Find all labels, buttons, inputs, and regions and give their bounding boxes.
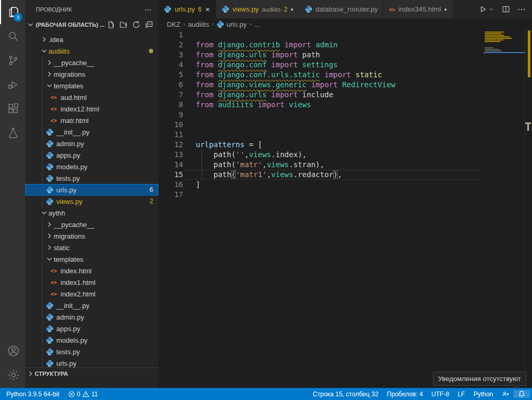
status-encoding[interactable]: UTF-8 <box>427 391 454 398</box>
code-line-10[interactable]: 10 <box>158 120 532 130</box>
tree-item-aythh[interactable]: aythh <box>25 207 158 219</box>
chevron-down-icon <box>29 31 38 32</box>
code-line-3[interactable]: 3from django.urls import path <box>158 50 532 60</box>
python-file-icon <box>45 359 54 367</box>
tree-item-aud.html[interactable]: <>aud.html <box>25 91 158 103</box>
close-icon[interactable]: × <box>205 5 210 14</box>
tree-item-models.py[interactable]: models.py <box>25 161 158 172</box>
settings-icon[interactable] <box>0 363 25 387</box>
status-indentation[interactable]: Пробелов: 4 <box>383 391 427 398</box>
tree-item-apps.py[interactable]: apps.py <box>25 323 158 334</box>
tree-item-urls.py[interactable]: urls.py <box>25 357 158 367</box>
code-line-5[interactable]: 5from django.conf.urls.static import sta… <box>158 70 532 80</box>
python-file-icon <box>45 162 54 171</box>
code-line-7[interactable]: 7from django.urls import include <box>158 90 532 100</box>
tab-database_roouter.py[interactable]: database_roouter.py <box>299 0 384 18</box>
collapse-all-icon[interactable] <box>145 20 153 29</box>
code-line-12[interactable]: 12urlpatterns = [ <box>158 140 532 150</box>
python-file-icon <box>216 20 224 28</box>
chevron-right-icon <box>45 70 54 78</box>
tree-item-tests.py[interactable]: tests.py <box>25 346 158 357</box>
status-python-version[interactable]: Python 3.9.5 64-bit <box>2 391 64 398</box>
extensions-icon[interactable] <box>0 97 25 121</box>
tab-views.py[interactable]: views.pyaudiiits2● <box>216 0 299 18</box>
explorer-icon[interactable]: 3 <box>0 0 25 24</box>
tree-item-admin.py[interactable]: admin.py <box>25 311 158 323</box>
tree-item-admin.py[interactable]: admin.py <box>25 138 158 149</box>
tab-urls.py[interactable]: urls.py6× <box>158 0 216 18</box>
status-cursor-position[interactable]: Строка 15, столбец 32 <box>308 391 383 398</box>
source-control-icon[interactable] <box>0 48 25 73</box>
breadcrumb-item-audiiits[interactable]: audiiits <box>188 20 209 28</box>
tree-item-index1.html[interactable]: <>index1.html <box>25 276 158 288</box>
new-file-icon[interactable] <box>107 20 115 29</box>
python-file-icon <box>45 128 54 136</box>
tree-item-label: tests.py <box>56 175 80 182</box>
code-line-2[interactable]: 2from django.contrib import admin <box>158 40 532 50</box>
scrollbar[interactable]: T <box>525 30 532 388</box>
account-icon[interactable] <box>0 339 25 363</box>
tree-item-label: migrations <box>54 232 85 240</box>
tree-item-migrations[interactable]: migrations <box>25 230 158 242</box>
tree-item-label: DKZ <box>38 31 52 32</box>
tree-item-tests.py[interactable]: tests.py <box>25 172 158 184</box>
tree-item-templates[interactable]: templates <box>25 253 158 265</box>
code-line-4[interactable]: 4from django.conf import settings <box>158 60 532 70</box>
feedback-icon[interactable] <box>497 390 514 398</box>
tree-item-migrations[interactable]: migrations <box>25 68 158 80</box>
code-line-17[interactable]: 17 <box>158 190 532 200</box>
tree-item-__pycache__[interactable]: __pycache__ <box>25 219 158 230</box>
tree-item-views.py[interactable]: views.py2 <box>25 196 158 207</box>
workspace-section-header[interactable]: (РАБОЧАЯ ОБЛАСТЬ) ... <box>25 18 158 31</box>
status-eol[interactable]: LF <box>454 391 469 398</box>
html-file-icon: <> <box>49 93 58 101</box>
testing-icon[interactable] <box>0 121 25 145</box>
code-line-8[interactable]: 8from audiiits import views <box>158 100 532 110</box>
notifications-bell-icon[interactable] <box>514 390 530 398</box>
tree-item-label: index2.html <box>61 290 95 298</box>
breadcrumb-item-...[interactable]: ... <box>254 20 260 28</box>
tree-item-apps.py[interactable]: apps.py <box>25 149 158 161</box>
tree-item-__init__.py[interactable]: __init__.py <box>25 126 158 138</box>
error-icon <box>68 391 75 398</box>
code-line-11[interactable]: 11 <box>158 130 532 140</box>
tree-item-models.py[interactable]: models.py <box>25 334 158 346</box>
code-line-6[interactable]: 6from django.views.generic import Redire… <box>158 80 532 90</box>
code-editor[interactable]: 12from django.contrib import admin3from … <box>158 30 532 388</box>
run-button[interactable] <box>479 5 495 13</box>
tree-item-index12.html[interactable]: <>index12.html <box>25 103 158 115</box>
tree-item-.idea[interactable]: .idea <box>25 34 158 45</box>
new-folder-icon[interactable] <box>119 20 128 29</box>
editor-more-actions-icon[interactable]: ⋯ <box>517 4 526 14</box>
run-debug-icon[interactable] <box>0 73 25 97</box>
tree-item-static[interactable]: static <box>25 242 158 253</box>
tree-item-matr.html[interactable]: <>matr.html <box>25 115 158 126</box>
line-number: 15 <box>158 170 183 180</box>
tree-item-urls.py[interactable]: urls.py6 <box>25 184 158 196</box>
modified-dot-icon: ● <box>290 7 293 12</box>
search-icon[interactable] <box>0 24 25 48</box>
sidebar-more-actions-icon[interactable]: ⋯ <box>142 5 154 14</box>
tree-item-index.html[interactable]: <>index.html <box>25 265 158 276</box>
code-line-16[interactable]: 16] <box>158 180 532 190</box>
tree-item-label: __init__.py <box>56 128 89 136</box>
code-line-13[interactable]: 13 path('',views.index), <box>158 150 532 160</box>
code-line-9[interactable]: 9 <box>158 110 532 120</box>
breadcrumb-item-DKZ[interactable]: DKZ <box>167 20 180 28</box>
tree-item-audiiits[interactable]: audiiits <box>25 45 158 57</box>
minimap[interactable] <box>485 30 524 57</box>
tab-index345.html[interactable]: <>index345.html● <box>384 0 453 18</box>
tree-item-index2.html[interactable]: <>index2.html <box>25 288 158 300</box>
tree-item-templates[interactable]: templates <box>25 80 158 91</box>
tree-item-__pycache__[interactable]: __pycache__ <box>25 57 158 68</box>
code-line-1[interactable]: 1 <box>158 30 532 40</box>
status-problems[interactable]: 0 11 <box>64 391 102 398</box>
tree-item-__init__.py[interactable]: __init__.py <box>25 300 158 311</box>
outline-section-header[interactable]: СТРУКТУРА <box>25 367 158 380</box>
status-language-mode[interactable]: Python <box>469 391 497 398</box>
refresh-icon[interactable] <box>132 20 140 29</box>
code-line-15[interactable]: 15 path('matr1',views.redactor), <box>158 170 532 180</box>
code-line-14[interactable]: 14 path('matr',views.stran), <box>158 160 532 170</box>
split-editor-icon[interactable] <box>502 5 510 13</box>
breadcrumb-item-urls.py[interactable]: urls.py <box>216 20 246 28</box>
